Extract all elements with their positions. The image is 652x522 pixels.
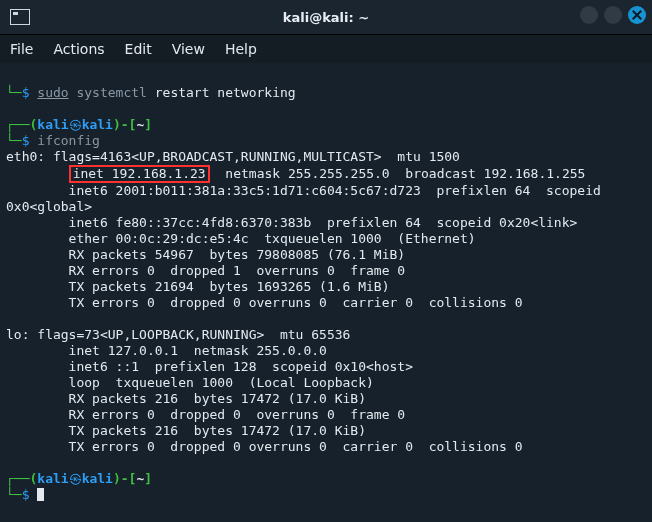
titlebar: kali@kali: ~: [0, 0, 652, 35]
menu-view[interactable]: View: [172, 41, 205, 57]
cmd-systemctl: systemctl: [69, 85, 147, 100]
prompt-dollar: $: [22, 133, 38, 148]
menu-edit[interactable]: Edit: [125, 41, 152, 57]
prompt-dollar: $: [22, 85, 38, 100]
prompt-elbow: └─: [6, 487, 22, 502]
prompt-dollar: $: [22, 487, 38, 502]
out-line: TX packets 216 bytes 17472 (17.0 KiB): [6, 423, 366, 438]
terminal-cursor: [37, 488, 44, 501]
cmd-sudo: sudo: [37, 85, 68, 100]
close-button[interactable]: [628, 6, 646, 24]
minimize-button[interactable]: [580, 6, 598, 24]
prompt-top-close: )-[: [113, 471, 136, 486]
terminal-area[interactable]: └─$ sudo systemctl restart networking ┌─…: [0, 63, 652, 522]
cmd-args: restart networking: [147, 85, 296, 100]
out-line: inet6 ::1 prefixlen 128 scopeid 0x10<hos…: [6, 359, 413, 374]
menu-file[interactable]: File: [10, 41, 33, 57]
out-line-indent: [6, 166, 69, 181]
out-line: inet6 2001:b011:381a:33c5:1d71:c604:5c67…: [6, 183, 601, 198]
out-line: RX packets 54967 bytes 79808085 (76.1 Mi…: [6, 247, 405, 262]
prompt-user: kali: [37, 117, 68, 132]
prompt-at: ㉿: [69, 471, 82, 486]
menubar: File Actions Edit View Help: [0, 35, 652, 63]
out-line: loop txqueuelen 1000 (Local Loopback): [6, 375, 374, 390]
prompt-at: ㉿: [69, 117, 82, 132]
out-line-rest: netmask 255.255.255.0 broadcast 192.168.…: [210, 166, 586, 181]
out-line: RX packets 216 bytes 17472 (17.0 KiB): [6, 391, 366, 406]
window-controls: [580, 6, 646, 24]
prompt-top-end: ]: [144, 471, 152, 486]
prompt-top-close: )-[: [113, 117, 136, 132]
out-line: TX packets 21694 bytes 1693265 (1.6 MiB): [6, 279, 390, 294]
window-title: kali@kali: ~: [0, 10, 652, 25]
prompt-elbow: └─: [6, 133, 22, 148]
menu-actions[interactable]: Actions: [53, 41, 104, 57]
out-line: TX errors 0 dropped 0 overruns 0 carrier…: [6, 439, 523, 454]
prompt-host: kali: [82, 471, 113, 486]
maximize-button[interactable]: [604, 6, 622, 24]
prompt-elbow: └─: [6, 85, 22, 100]
prompt-top-open: ┌──(: [6, 117, 37, 132]
cmd-ifconfig: ifconfig: [37, 133, 100, 148]
out-line: inet 127.0.0.1 netmask 255.0.0.0: [6, 343, 327, 358]
menu-help[interactable]: Help: [225, 41, 257, 57]
prompt-host: kali: [82, 117, 113, 132]
prompt-user: kali: [37, 471, 68, 486]
prompt-top-end: ]: [144, 117, 152, 132]
out-line: TX errors 0 dropped 0 overruns 0 carrier…: [6, 295, 523, 310]
prompt-top-open: ┌──(: [6, 471, 37, 486]
out-line: eth0: flags=4163<UP,BROADCAST,RUNNING,MU…: [6, 149, 460, 164]
out-line: 0x0<global>: [6, 199, 92, 214]
out-line: RX errors 0 dropped 0 overruns 0 frame 0: [6, 407, 405, 422]
out-line: ether 00:0c:29:dc:e5:4c txqueuelen 1000 …: [6, 231, 476, 246]
out-line: lo: flags=73<UP,LOOPBACK,RUNNING> mtu 65…: [6, 327, 350, 342]
out-line: RX errors 0 dropped 1 overruns 0 frame 0: [6, 263, 405, 278]
out-line: inet6 fe80::37cc:4fd8:6370:383b prefixle…: [6, 215, 577, 230]
highlighted-ip: inet 192.168.1.23: [69, 165, 210, 183]
